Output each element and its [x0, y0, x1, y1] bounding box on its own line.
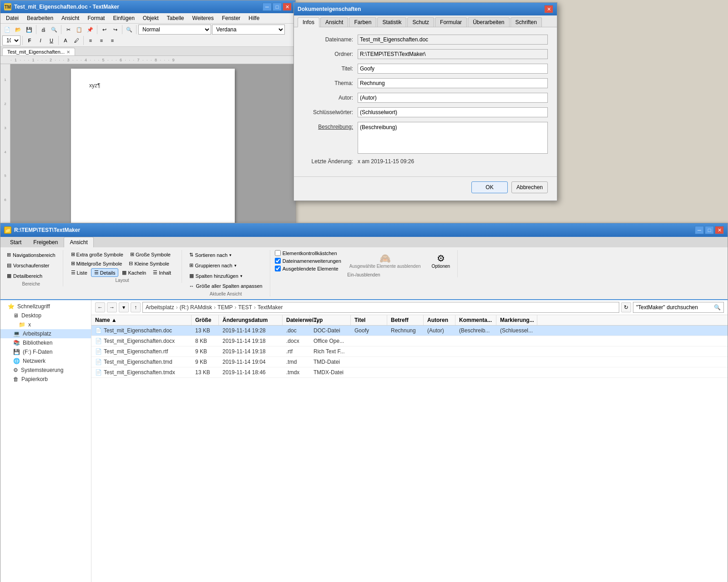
forward-button[interactable]: →: [107, 302, 117, 312]
nav-papierkorb[interactable]: 🗑 Papierkorb: [0, 375, 91, 384]
col-subject-header[interactable]: Betreff: [387, 315, 424, 325]
col-tags-header[interactable]: Markierung...: [496, 315, 537, 325]
ok-button[interactable]: OK: [471, 181, 508, 193]
style-dropdown[interactable]: Normal: [138, 25, 211, 35]
path-ramdisk[interactable]: (R:) RAMdisk: [180, 304, 212, 311]
font-color-btn[interactable]: A: [61, 35, 71, 45]
menu-einfuegen[interactable]: Einfügen: [109, 14, 138, 22]
open-btn[interactable]: 📂: [13, 25, 23, 35]
col-author-header[interactable]: Autoren: [424, 315, 455, 325]
col-size-header[interactable]: Größe: [192, 315, 219, 325]
highlight-btn[interactable]: 🖊: [71, 35, 81, 45]
tab-statistik[interactable]: Statistik: [377, 17, 406, 27]
nav-bibliotheken[interactable]: 📚 Bibliotheken: [0, 338, 91, 347]
nav-arbeitsplatz[interactable]: 💻 Arbeitsplatz: [0, 329, 91, 338]
col-type-header[interactable]: Typ: [310, 315, 351, 325]
inhalt-btn[interactable]: ☰ Inhalt: [150, 268, 174, 277]
nav-netzwerk[interactable]: 🌐 Netzwerk: [0, 356, 91, 366]
preview-btn[interactable]: ▤ Vorschaufenster: [4, 261, 52, 270]
menu-bearbeiten[interactable]: Bearbeiten: [23, 14, 57, 22]
path-temp[interactable]: TEMP: [217, 304, 233, 311]
table-row[interactable]: 📄Test_mit_Eigenschaften.docx 8 KB 2019-1…: [91, 336, 728, 346]
search-btn[interactable]: 🔍: [124, 25, 134, 35]
col-name-header[interactable]: Name ▲: [91, 315, 192, 325]
font-size-dropdown[interactable]: 10: [2, 35, 20, 45]
underline-btn[interactable]: U: [46, 35, 56, 45]
tab-infos[interactable]: Infos: [298, 17, 319, 27]
ribbon-tab-ansicht[interactable]: Ansicht: [64, 237, 93, 247]
autor-input[interactable]: [358, 93, 548, 103]
up-button[interactable]: ↑: [131, 302, 141, 312]
menu-tabelle[interactable]: Tabelle: [163, 14, 188, 22]
tab-schutz[interactable]: Schutz: [407, 17, 434, 27]
close-button[interactable]: ✕: [283, 3, 292, 11]
path-textmaker[interactable]: TextMaker: [258, 304, 283, 311]
nav-schnellzugriff[interactable]: ⭐ Schnellzugriff: [0, 302, 91, 311]
ribbon-tab-start[interactable]: Start: [4, 237, 27, 247]
back-button[interactable]: ←: [95, 302, 105, 312]
cancel-button[interactable]: Abbrechen: [511, 181, 548, 193]
table-row[interactable]: 📄Test_mit_Eigenschaften.doc 13 KB 2019-1…: [91, 326, 728, 336]
liste-btn[interactable]: ☰ Liste: [68, 268, 91, 277]
menu-format[interactable]: Format: [84, 14, 108, 22]
details-btn[interactable]: ☰ Details: [91, 268, 119, 277]
explorer-close-button[interactable]: ✕: [715, 226, 724, 234]
adjust-columns-btn[interactable]: ↔ Größe aller Spalten anpassen: [187, 281, 265, 291]
col-date-header[interactable]: Änderungsdatum: [219, 315, 283, 325]
thema-input[interactable]: [358, 78, 548, 88]
elementkontrollkaestchen-checkbox[interactable]: [275, 250, 281, 256]
tab-close-icon[interactable]: ✕: [66, 50, 70, 55]
spalten-btn[interactable]: ▦ Spalten hinzufügen ▾: [187, 271, 245, 281]
tab-farben[interactable]: Farben: [349, 17, 376, 27]
italic-btn[interactable]: I: [35, 35, 46, 45]
document-page[interactable]: xyz¶: [71, 69, 235, 241]
undo-btn[interactable]: ↩: [99, 25, 109, 35]
titel-input[interactable]: [358, 64, 548, 74]
path-test[interactable]: TEST: [238, 304, 252, 311]
document-tab[interactable]: Test_mit_Eigenschaften... ✕: [2, 48, 75, 55]
beschreibung-textarea[interactable]: (Beschreibung): [358, 122, 548, 154]
table-row[interactable]: 📄Test_mit_Eigenschaften.tmd 9 KB 2019-11…: [91, 357, 728, 367]
path-arbeitsplatz[interactable]: Arbeitsplatz: [146, 304, 174, 311]
col-title-header[interactable]: Titel: [351, 315, 387, 325]
cut-btn[interactable]: ✂: [63, 25, 73, 35]
dateinamenerweiterungen-checkbox[interactable]: [275, 258, 281, 264]
gruppieren-btn[interactable]: ⊞ Gruppieren nach ▾: [187, 261, 239, 270]
tab-formular[interactable]: Formular: [435, 17, 467, 27]
explorer-minimize-button[interactable]: ─: [695, 226, 704, 234]
col-ext-header[interactable]: Dateierwei...: [283, 315, 310, 325]
mittelgrosse-symbole-btn[interactable]: ⊞ Mittelgroße Symbole: [68, 259, 126, 268]
down-button[interactable]: ▾: [119, 302, 129, 312]
ordner-input[interactable]: [358, 49, 548, 59]
save-btn[interactable]: 💾: [24, 25, 34, 35]
nav-desktop[interactable]: 🖥 Desktop: [0, 311, 91, 320]
table-row[interactable]: 📄Test_mit_Eigenschaften.rtf 9 KB 2019-11…: [91, 346, 728, 357]
dialog-close-button[interactable]: ✕: [544, 5, 553, 13]
tab-ueberarbeiten[interactable]: Überarbeiten: [468, 17, 509, 27]
schluesselwoerter-input[interactable]: [358, 107, 548, 117]
align-right-btn[interactable]: ≡: [107, 35, 117, 45]
menu-fenster[interactable]: Fenster: [218, 14, 244, 22]
sortieren-btn[interactable]: ⇅ Sortieren nach ▾: [187, 250, 235, 260]
options-btn[interactable]: ⚙ Optionen: [429, 251, 453, 271]
redo-btn[interactable]: ↪: [110, 25, 120, 35]
align-center-btn[interactable]: ≡: [96, 35, 106, 45]
print-btn[interactable]: 🖨: [38, 25, 48, 35]
align-left-btn[interactable]: ≡: [86, 35, 96, 45]
menu-objekt[interactable]: Objekt: [139, 14, 162, 22]
copy-btn[interactable]: 📋: [74, 25, 84, 35]
kleine-symbole-btn[interactable]: ⊟ Kleine Symbole: [126, 259, 172, 268]
ribbon-tab-freigeben[interactable]: Freigeben: [27, 237, 64, 247]
bold-btn[interactable]: F: [25, 35, 35, 45]
kacheln-btn[interactable]: ▦ Kacheln: [119, 268, 149, 277]
table-row[interactable]: 📄Test_mit_Eigenschaften.tmdx 13 KB 2019-…: [91, 367, 728, 378]
maximize-button[interactable]: □: [273, 3, 282, 11]
grosse-symbole-btn[interactable]: ⊞ Große Symbole: [127, 250, 174, 259]
new-btn[interactable]: 📄: [2, 25, 12, 35]
tab-ansicht[interactable]: Ansicht: [320, 17, 348, 27]
print-preview-btn[interactable]: 🔍: [49, 25, 59, 35]
nav-fdaten[interactable]: 💾 (F:) F-Daten: [0, 347, 91, 356]
nav-x[interactable]: 📁 x: [0, 320, 91, 329]
search-input[interactable]: [636, 304, 712, 311]
dateiname-input[interactable]: [358, 35, 548, 45]
